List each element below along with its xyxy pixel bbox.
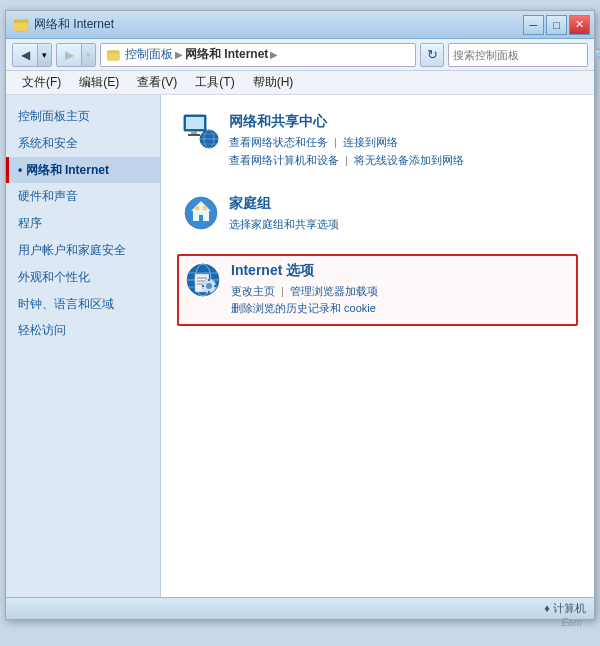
breadcrumb-current[interactable]: 网络和 Internet bbox=[185, 46, 268, 63]
link-view-computers[interactable]: 查看网络计算机和设备 bbox=[229, 154, 339, 166]
menu-view[interactable]: 查看(V) bbox=[129, 72, 185, 93]
ie-options-links: 更改主页 | 管理浏览器加载项 删除浏览的历史记录和 cookie bbox=[231, 283, 570, 318]
search-box[interactable]: 🔍 bbox=[448, 43, 588, 67]
homegroup-links: 选择家庭组和共享选项 bbox=[229, 216, 572, 234]
link-change-homepage[interactable]: 更改主页 bbox=[231, 285, 275, 297]
watermark: Eam bbox=[561, 617, 582, 628]
menu-help[interactable]: 帮助(H) bbox=[245, 72, 302, 93]
sidebar-item-security[interactable]: 系统和安全 bbox=[6, 130, 160, 157]
ie-options-title[interactable]: Internet 选项 bbox=[231, 262, 570, 280]
address-folder-icon bbox=[107, 48, 121, 62]
titlebar-title: 网络和 Internet bbox=[34, 16, 114, 33]
breadcrumb-home[interactable]: 控制面板 bbox=[125, 46, 173, 63]
network-center-links: 查看网络状态和任务 | 连接到网络 查看网络计算机和设备 | 将无线设备添加到网… bbox=[229, 134, 572, 169]
forward-button[interactable]: ▶ bbox=[57, 43, 81, 67]
sidebar-item-controlpanel[interactable]: 控制面板主页 bbox=[6, 103, 160, 130]
svg-point-14 bbox=[203, 206, 208, 211]
homegroup-title[interactable]: 家庭组 bbox=[229, 195, 572, 213]
sidebar-item-network[interactable]: 网络和 Internet bbox=[6, 157, 160, 184]
titlebar-left: 网络和 Internet bbox=[14, 16, 114, 33]
main-content: 控制面板主页 系统和安全 网络和 Internet 硬件和声音 程序 用户帐户和… bbox=[6, 95, 594, 597]
svg-point-25 bbox=[206, 283, 212, 289]
link-connect-to-network[interactable]: 连接到网络 bbox=[343, 136, 398, 148]
breadcrumb: 控制面板 ▶ 网络和 Internet ▶ bbox=[125, 46, 278, 63]
menu-edit[interactable]: 编辑(E) bbox=[71, 72, 127, 93]
homegroup-icon bbox=[183, 195, 219, 231]
titlebar-controls: ─ □ ✕ bbox=[523, 15, 590, 35]
svg-rect-5 bbox=[188, 134, 200, 136]
sidebar-item-appearance[interactable]: 外观和个性化 bbox=[6, 264, 160, 291]
link-choose-homegroup[interactable]: 选择家庭组和共享选项 bbox=[229, 218, 339, 230]
ie-icon bbox=[185, 262, 221, 298]
link-manage-addons[interactable]: 管理浏览器加载项 bbox=[290, 285, 378, 297]
back-dropdown[interactable]: ▾ bbox=[37, 43, 51, 67]
breadcrumb-sep-2: ▶ bbox=[270, 49, 278, 60]
maximize-button[interactable]: □ bbox=[546, 15, 567, 35]
category-network-center: 网络和共享中心 查看网络状态和任务 | 连接到网络 查看网络计算机和设备 | 将… bbox=[177, 107, 578, 175]
content-area: 网络和共享中心 查看网络状态和任务 | 连接到网络 查看网络计算机和设备 | 将… bbox=[161, 95, 594, 597]
category-internet-options: Internet 选项 更改主页 | 管理浏览器加载项 删除浏览的历史记录和 c… bbox=[177, 254, 578, 326]
minimize-button[interactable]: ─ bbox=[523, 15, 544, 35]
sidebar-item-hardware[interactable]: 硬件和声音 bbox=[6, 183, 160, 210]
sidebar: 控制面板主页 系统和安全 网络和 Internet 硬件和声音 程序 用户帐户和… bbox=[6, 95, 161, 597]
forward-dropdown[interactable]: ▾ bbox=[81, 43, 95, 67]
sep3: | bbox=[281, 285, 287, 297]
search-icon[interactable]: 🔍 bbox=[593, 46, 600, 64]
svg-rect-3 bbox=[186, 117, 204, 129]
menu-tools[interactable]: 工具(T) bbox=[187, 72, 242, 93]
network-center-icon bbox=[183, 113, 219, 149]
network-center-content: 网络和共享中心 查看网络状态和任务 | 连接到网络 查看网络计算机和设备 | 将… bbox=[229, 113, 572, 169]
svg-rect-4 bbox=[191, 131, 197, 134]
sep1: | bbox=[334, 136, 340, 148]
breadcrumb-sep-1: ▶ bbox=[175, 49, 183, 60]
status-bar: ♦ 计算机 bbox=[6, 597, 594, 619]
main-window: 网络和 Internet ─ □ ✕ ◀ ▾ ▶ ▾ 控制面板 bbox=[5, 10, 595, 620]
menu-file[interactable]: 文件(F) bbox=[14, 72, 69, 93]
sidebar-item-clock[interactable]: 时钟、语言和区域 bbox=[6, 291, 160, 318]
link-delete-history[interactable]: 删除浏览的历史记录和 cookie bbox=[231, 302, 376, 314]
sep2: | bbox=[345, 154, 351, 166]
back-button[interactable]: ◀ bbox=[13, 43, 37, 67]
link-view-network-status[interactable]: 查看网络状态和任务 bbox=[229, 136, 328, 148]
sidebar-item-programs[interactable]: 程序 bbox=[6, 210, 160, 237]
ie-options-content: Internet 选项 更改主页 | 管理浏览器加载项 删除浏览的历史记录和 c… bbox=[231, 262, 570, 318]
svg-point-13 bbox=[195, 206, 200, 211]
folder-icon bbox=[14, 17, 30, 33]
forward-button-combo: ▶ ▾ bbox=[56, 43, 96, 67]
address-box[interactable]: 控制面板 ▶ 网络和 Internet ▶ bbox=[100, 43, 416, 67]
back-forward-buttons: ◀ ▾ bbox=[12, 43, 52, 67]
network-center-title[interactable]: 网络和共享中心 bbox=[229, 113, 572, 131]
menu-bar: 文件(F) 编辑(E) 查看(V) 工具(T) 帮助(H) bbox=[6, 71, 594, 95]
sidebar-item-users[interactable]: 用户帐户和家庭安全 bbox=[6, 237, 160, 264]
homegroup-content: 家庭组 选择家庭组和共享选项 bbox=[229, 195, 572, 234]
sidebar-item-accessibility[interactable]: 轻松访问 bbox=[6, 317, 160, 344]
close-button[interactable]: ✕ bbox=[569, 15, 590, 35]
refresh-button[interactable]: ↻ bbox=[420, 43, 444, 67]
search-input[interactable] bbox=[453, 49, 591, 61]
status-text: ♦ 计算机 bbox=[544, 601, 586, 616]
link-add-wireless[interactable]: 将无线设备添加到网络 bbox=[354, 154, 464, 166]
category-homegroup: 家庭组 选择家庭组和共享选项 bbox=[177, 189, 578, 240]
address-bar: ◀ ▾ ▶ ▾ 控制面板 ▶ 网络和 Internet ▶ ↻ bbox=[6, 39, 594, 71]
titlebar: 网络和 Internet ─ □ ✕ bbox=[6, 11, 594, 39]
